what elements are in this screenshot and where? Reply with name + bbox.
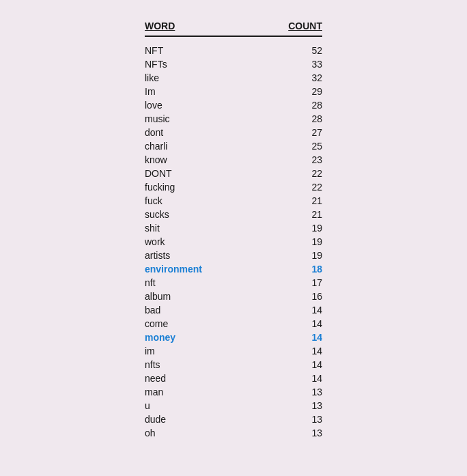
row-word: Im xyxy=(145,86,240,97)
row-count: 19 xyxy=(281,236,322,247)
row-word: music xyxy=(145,113,240,124)
row-word: im xyxy=(145,346,240,356)
row-count: 28 xyxy=(281,100,322,111)
row-count: 19 xyxy=(281,223,322,234)
table-row: shit19 xyxy=(145,221,322,235)
row-count: 18 xyxy=(281,264,322,275)
table-row: artists19 xyxy=(145,249,322,262)
row-word: know xyxy=(145,154,240,165)
word-column-header: WORD xyxy=(145,20,240,31)
row-count: 29 xyxy=(281,86,322,97)
table-header: WORD COUNT xyxy=(145,20,322,37)
row-word: shit xyxy=(145,223,240,234)
table-row: love28 xyxy=(145,98,322,112)
table-row: nft17 xyxy=(145,276,322,290)
table-row: work19 xyxy=(145,235,322,249)
row-word: man xyxy=(145,387,240,397)
row-count: 13 xyxy=(281,387,322,397)
row-word: love xyxy=(145,100,240,111)
row-count: 14 xyxy=(281,359,322,370)
row-word: album xyxy=(145,291,240,302)
table-row: Im29 xyxy=(145,85,322,98)
table-row: album16 xyxy=(145,290,322,303)
row-count: 13 xyxy=(281,428,322,438)
row-count: 16 xyxy=(281,291,322,302)
row-count: 25 xyxy=(281,141,322,152)
table-row: NFT52 xyxy=(145,44,322,57)
row-count: 14 xyxy=(281,346,322,356)
row-count: 14 xyxy=(281,305,322,316)
row-word: u xyxy=(145,400,240,411)
row-word: artists xyxy=(145,250,240,261)
table-row: u13 xyxy=(145,399,322,412)
row-word: work xyxy=(145,236,240,247)
table-row: dont27 xyxy=(145,126,322,139)
row-word: fuck xyxy=(145,195,240,206)
row-word: sucks xyxy=(145,209,240,220)
table-body: NFT52NFTs33like32Im29love28music28dont27… xyxy=(145,44,322,440)
row-word: environment xyxy=(145,264,240,275)
table-row: dude13 xyxy=(145,412,322,426)
table-row: music28 xyxy=(145,112,322,126)
row-count: 22 xyxy=(281,168,322,179)
row-word: fucking xyxy=(145,182,240,193)
row-count: 14 xyxy=(281,318,322,329)
row-word: charli xyxy=(145,141,240,152)
table-row: oh13 xyxy=(145,426,322,440)
row-word: nfts xyxy=(145,359,240,370)
row-count: 28 xyxy=(281,113,322,124)
table-row: fucking22 xyxy=(145,180,322,194)
table-row: know23 xyxy=(145,153,322,167)
row-word: come xyxy=(145,318,240,329)
table-row: bad14 xyxy=(145,303,322,317)
row-word: dude xyxy=(145,414,240,425)
row-word: like xyxy=(145,72,240,83)
row-count: 23 xyxy=(281,154,322,165)
table-row: im14 xyxy=(145,344,322,358)
row-word: money xyxy=(145,332,240,343)
row-count: 52 xyxy=(281,45,322,56)
row-word: oh xyxy=(145,428,240,438)
row-count: 27 xyxy=(281,127,322,138)
row-count: 21 xyxy=(281,195,322,206)
table-row: money14 xyxy=(145,331,322,344)
row-count: 13 xyxy=(281,400,322,411)
table-row: like32 xyxy=(145,71,322,85)
row-count: 19 xyxy=(281,250,322,261)
row-word: bad xyxy=(145,305,240,316)
table-row: man13 xyxy=(145,385,322,399)
row-count: 21 xyxy=(281,209,322,220)
table-row: come14 xyxy=(145,317,322,331)
row-word: NFTs xyxy=(145,59,240,70)
table-row: environment18 xyxy=(145,262,322,276)
row-count: 14 xyxy=(281,373,322,384)
table-row: NFTs33 xyxy=(145,57,322,71)
row-count: 17 xyxy=(281,277,322,288)
row-count: 32 xyxy=(281,72,322,83)
table-row: fuck21 xyxy=(145,194,322,208)
row-count: 33 xyxy=(281,59,322,70)
row-count: 13 xyxy=(281,414,322,425)
row-word: NFT xyxy=(145,45,240,56)
word-count-table: WORD COUNT NFT52NFTs33like32Im29love28mu… xyxy=(145,20,322,440)
table-row: nfts14 xyxy=(145,358,322,372)
table-row: charli25 xyxy=(145,139,322,153)
count-column-header: COUNT xyxy=(281,20,322,31)
row-word: nft xyxy=(145,277,240,288)
table-row: sucks21 xyxy=(145,208,322,221)
row-word: DONT xyxy=(145,168,240,179)
row-count: 22 xyxy=(281,182,322,193)
row-count: 14 xyxy=(281,332,322,343)
row-word: need xyxy=(145,373,240,384)
row-word: dont xyxy=(145,127,240,138)
table-row: DONT22 xyxy=(145,167,322,180)
table-row: need14 xyxy=(145,372,322,385)
